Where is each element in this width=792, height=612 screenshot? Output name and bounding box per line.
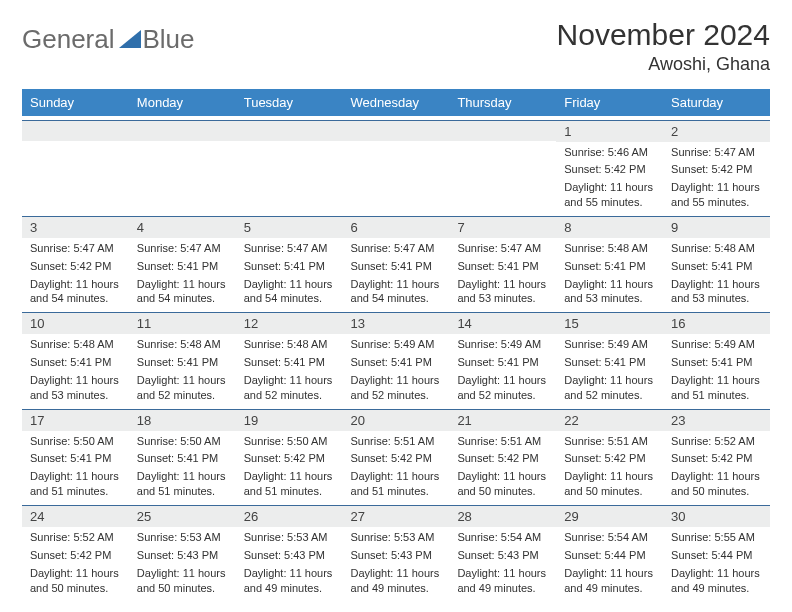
day-cell: 23Sunrise: 5:52 AMSunset: 5:42 PMDayligh… [663,409,770,505]
sunrise-text: Sunrise: 5:55 AM [663,527,770,545]
sunrise-text: Sunrise: 5:47 AM [236,238,343,256]
sunset-text: Sunset: 5:44 PM [663,545,770,563]
daylight-text: Daylight: 11 hours and 53 minutes. [449,274,556,307]
daylight-text: Daylight: 11 hours and 50 minutes. [129,563,236,596]
day-cell [343,120,450,216]
daylight-text: Daylight: 11 hours and 49 minutes. [343,563,450,596]
sunrise-text: Sunrise: 5:49 AM [449,334,556,352]
day-number: 10 [22,313,129,334]
day-number: 19 [236,410,343,431]
daylight-text: Daylight: 11 hours and 50 minutes. [22,563,129,596]
day-number: 28 [449,506,556,527]
day-number: 20 [343,410,450,431]
daylight-text: Daylight: 11 hours and 51 minutes. [129,466,236,499]
day-cell [449,120,556,216]
brand-part1: General [22,24,115,55]
sunset-text: Sunset: 5:41 PM [129,352,236,370]
daylight-text: Daylight: 11 hours and 55 minutes. [663,177,770,210]
day-number: 4 [129,217,236,238]
sunrise-text: Sunrise: 5:50 AM [22,431,129,449]
daylight-text: Daylight: 11 hours and 50 minutes. [449,466,556,499]
sunset-text: Sunset: 5:41 PM [236,352,343,370]
sunrise-text: Sunrise: 5:53 AM [343,527,450,545]
sunset-text: Sunset: 5:41 PM [449,352,556,370]
sunrise-text: Sunrise: 5:48 AM [22,334,129,352]
sunrise-text: Sunrise: 5:48 AM [663,238,770,256]
day-number: 2 [663,121,770,142]
sunset-text: Sunset: 5:44 PM [556,545,663,563]
daylight-text: Daylight: 11 hours and 51 minutes. [22,466,129,499]
day-number [236,121,343,141]
week-row: 1Sunrise: 5:46 AMSunset: 5:42 PMDaylight… [22,120,770,216]
sunset-text: Sunset: 5:42 PM [556,159,663,177]
day-cell: 18Sunrise: 5:50 AMSunset: 5:41 PMDayligh… [129,409,236,505]
day-number: 18 [129,410,236,431]
day-number: 7 [449,217,556,238]
day-cell: 27Sunrise: 5:53 AMSunset: 5:43 PMDayligh… [343,506,450,602]
day-cell: 17Sunrise: 5:50 AMSunset: 5:41 PMDayligh… [22,409,129,505]
sunrise-text: Sunrise: 5:49 AM [343,334,450,352]
day-number: 6 [343,217,450,238]
title-block: November 2024 Awoshi, Ghana [557,18,770,75]
sunset-text: Sunset: 5:42 PM [663,448,770,466]
sunset-text: Sunset: 5:43 PM [236,545,343,563]
day-number [129,121,236,141]
day-number: 14 [449,313,556,334]
daylight-text: Daylight: 11 hours and 49 minutes. [663,563,770,596]
day-number: 21 [449,410,556,431]
day-cell: 25Sunrise: 5:53 AMSunset: 5:43 PMDayligh… [129,506,236,602]
sunset-text: Sunset: 5:42 PM [449,448,556,466]
day-cell [236,120,343,216]
month-title: November 2024 [557,18,770,52]
sunrise-text: Sunrise: 5:54 AM [449,527,556,545]
sunset-text: Sunset: 5:41 PM [663,352,770,370]
sunrise-text: Sunrise: 5:47 AM [343,238,450,256]
day-number: 22 [556,410,663,431]
sunrise-text: Sunrise: 5:49 AM [556,334,663,352]
day-header-tue: Tuesday [236,89,343,116]
daylight-text: Daylight: 11 hours and 51 minutes. [663,370,770,403]
sunset-text: Sunset: 5:42 PM [663,159,770,177]
day-header-sun: Sunday [22,89,129,116]
sunset-text: Sunset: 5:41 PM [449,256,556,274]
brand-part2: Blue [143,24,195,55]
day-number [22,121,129,141]
daylight-text: Daylight: 11 hours and 53 minutes. [556,274,663,307]
day-cell: 21Sunrise: 5:51 AMSunset: 5:42 PMDayligh… [449,409,556,505]
day-cell: 14Sunrise: 5:49 AMSunset: 5:41 PMDayligh… [449,313,556,409]
day-cell: 22Sunrise: 5:51 AMSunset: 5:42 PMDayligh… [556,409,663,505]
sunset-text: Sunset: 5:42 PM [22,545,129,563]
sunset-text: Sunset: 5:43 PM [129,545,236,563]
daylight-text: Daylight: 11 hours and 52 minutes. [556,370,663,403]
daylight-text: Daylight: 11 hours and 49 minutes. [449,563,556,596]
day-cell: 26Sunrise: 5:53 AMSunset: 5:43 PMDayligh… [236,506,343,602]
daylight-text: Daylight: 11 hours and 51 minutes. [236,466,343,499]
day-number: 25 [129,506,236,527]
daylight-text: Daylight: 11 hours and 54 minutes. [129,274,236,307]
daylight-text: Daylight: 11 hours and 49 minutes. [236,563,343,596]
day-number: 5 [236,217,343,238]
day-number: 13 [343,313,450,334]
day-cell: 20Sunrise: 5:51 AMSunset: 5:42 PMDayligh… [343,409,450,505]
header: GeneralBlue November 2024 Awoshi, Ghana [22,18,770,75]
day-cell: 30Sunrise: 5:55 AMSunset: 5:44 PMDayligh… [663,506,770,602]
day-cell: 7Sunrise: 5:47 AMSunset: 5:41 PMDaylight… [449,216,556,312]
sunset-text: Sunset: 5:42 PM [343,448,450,466]
week-row: 24Sunrise: 5:52 AMSunset: 5:42 PMDayligh… [22,506,770,602]
sunset-text: Sunset: 5:41 PM [129,256,236,274]
day-cell: 10Sunrise: 5:48 AMSunset: 5:41 PMDayligh… [22,313,129,409]
sunset-text: Sunset: 5:41 PM [343,256,450,274]
brand-logo: GeneralBlue [22,24,195,55]
daylight-text: Daylight: 11 hours and 53 minutes. [22,370,129,403]
sunrise-text: Sunrise: 5:51 AM [556,431,663,449]
sunrise-text: Sunrise: 5:53 AM [129,527,236,545]
week-row: 10Sunrise: 5:48 AMSunset: 5:41 PMDayligh… [22,313,770,409]
day-cell: 19Sunrise: 5:50 AMSunset: 5:42 PMDayligh… [236,409,343,505]
daylight-text: Daylight: 11 hours and 54 minutes. [343,274,450,307]
sunset-text: Sunset: 5:43 PM [343,545,450,563]
sunset-text: Sunset: 5:41 PM [236,256,343,274]
day-header-mon: Monday [129,89,236,116]
daylight-text: Daylight: 11 hours and 55 minutes. [556,177,663,210]
day-cell: 4Sunrise: 5:47 AMSunset: 5:41 PMDaylight… [129,216,236,312]
sunrise-text: Sunrise: 5:46 AM [556,142,663,160]
